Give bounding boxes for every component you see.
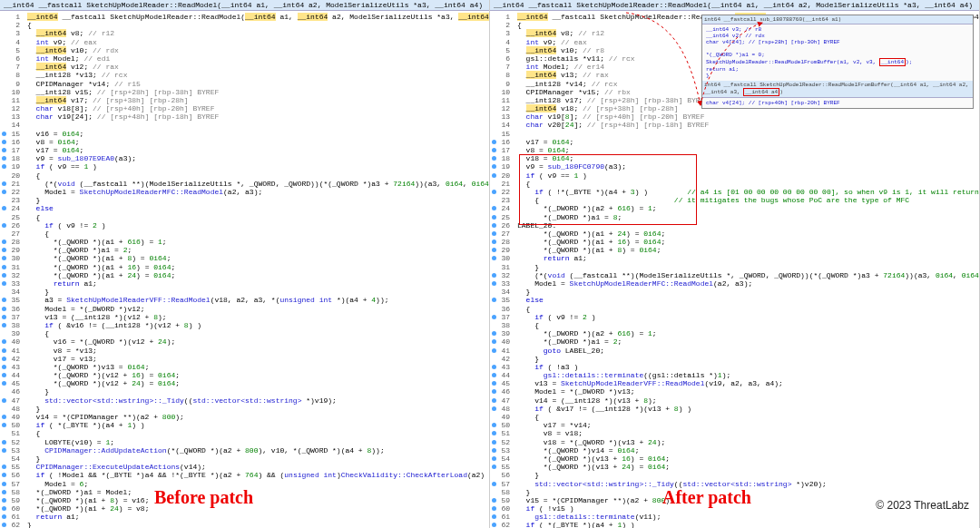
code-line[interactable]: 52 LOBYTE(v10) = 1; [0, 438, 489, 446]
code-line[interactable]: 20 if ( v9 == 1 ) [490, 171, 979, 180]
code-line[interactable]: 12 char v18[8]; // [rsp+40h] [rbp-20h] B… [0, 104, 489, 112]
code-line[interactable]: 54 *(_QWORD *)(v13 + 16) = 0i64; [490, 455, 979, 463]
code-line[interactable]: 53 CPIDManager::AddUpdateAction(*(_QWORD… [0, 446, 489, 455]
code-line[interactable]: 49 { [490, 413, 979, 421]
code-line[interactable]: 4 int v9; // eax [0, 38, 489, 46]
code-line[interactable]: 3 __int64 v8; // r12 [0, 29, 489, 37]
code-line[interactable]: 44 gsl::details::terminate((gsl::details… [490, 371, 979, 379]
code-line[interactable]: 23 { // it mitigates the bugs whose PoC … [490, 196, 979, 204]
code-line[interactable]: 61 return a1; [0, 513, 489, 521]
code-line[interactable]: 41 goto LABEL_20; [490, 347, 979, 355]
code-line[interactable]: 32 *(_QWORD *)(a1 + 24) = 0i64; [0, 271, 489, 279]
code-line[interactable]: 50 v17 = *v14; [490, 421, 979, 429]
code-line[interactable]: 47 std::vector<std::wstring>::_Tidy((std… [0, 396, 489, 405]
code-line[interactable]: 35 else [490, 296, 979, 304]
code-line[interactable]: 27 { [0, 230, 489, 238]
code-line[interactable]: 61 gsl::details::terminate(v11); [490, 513, 979, 521]
code-line[interactable]: 10 __int128 v15; // [rsp+28h] [rbp-38h] … [0, 88, 489, 96]
code-line[interactable]: 43 *(_QWORD *)v13 = 0i64; [0, 363, 489, 371]
code-line[interactable]: 52 v18 = *(_QWORD *)(v13 + 24); [490, 438, 979, 446]
code-line[interactable]: 62 if ( *(_BYTE *)(a4 + 1) ) [490, 521, 979, 528]
code-line[interactable]: 14 [0, 121, 489, 129]
code-line[interactable]: 16 v8 = 0i64; [0, 138, 489, 146]
code-line[interactable]: 48 if ( &v17 != (__int128 *)(v13 + 8) ) [490, 405, 979, 413]
code-line[interactable]: 56 } [490, 471, 979, 479]
code-line[interactable]: 48 } [0, 405, 489, 413]
code-line[interactable]: 20 { [0, 171, 489, 180]
code-line[interactable]: 25 { [0, 213, 489, 221]
code-line[interactable]: 22 if ( !*(_BYTE *)(a4 + 3) ) // a4 is [… [490, 188, 979, 196]
code-line[interactable]: 51 v8 = v18; [490, 429, 979, 437]
code-line[interactable]: 50 if ( *(_BYTE *)(a4 + 1) ) [0, 421, 489, 429]
code-line[interactable]: 39 *(_DWORD *)(a2 + 616) = 1; [490, 329, 979, 337]
code-line[interactable]: 51 { [0, 429, 489, 437]
code-line[interactable]: 17 v17 = 0i64; [0, 146, 489, 154]
code-line[interactable]: 24 else [0, 204, 489, 212]
code-line[interactable]: 30 *(_QWORD *)(a1 + 8) = 0i64; [0, 254, 489, 262]
code-line[interactable]: 8 __int128 *v13; // rcx [0, 71, 489, 79]
code-line[interactable]: 38 if ( &v16 != (__int128 *)(v12 + 8) ) [0, 321, 489, 329]
code-line[interactable]: 39 { [0, 329, 489, 337]
code-line[interactable]: 36 { [490, 305, 979, 313]
code-line[interactable]: 6 int Model; // edi [0, 54, 489, 63]
code-line[interactable]: 7 __int64 v12; // rax [0, 63, 489, 71]
code-line[interactable]: 18 v9 = sub_1807E9EA0(a3); [0, 154, 489, 162]
code-line[interactable]: 55 *(_QWORD *)(v13 + 24) = 0i64; [490, 463, 979, 471]
code-line[interactable]: 2{ [0, 21, 489, 29]
code-line[interactable]: 22 Model = SketchUpModelReaderMFC::ReadM… [0, 188, 489, 196]
code-line[interactable]: 41 v8 = *v13; [0, 347, 489, 355]
code-line[interactable]: 53 *(_QWORD *)v14 = 0i64; [490, 446, 979, 455]
code-line[interactable]: 29 *(_QWORD *)a1 = 2; [0, 246, 489, 254]
code-line[interactable]: 35 a3 = SketchUpModelReaderVFF::ReadMode… [0, 296, 489, 304]
code-line[interactable]: 21 (*(void (__fastcall **)(ModelSerializ… [0, 180, 489, 188]
code-line[interactable]: 26LABEL_20: [490, 221, 979, 230]
code-line[interactable]: 49 v14 = *(CPIDManager **)(a2 + 800); [0, 413, 489, 421]
code-line[interactable]: 42 v17 = v13; [0, 355, 489, 363]
code-line[interactable]: 18 v18 = 0i64; [490, 154, 979, 162]
code-line[interactable]: 30 return a1; [490, 254, 979, 262]
code-line[interactable]: 23 } [0, 196, 489, 204]
code-line[interactable]: 14 char v20[24]; // [rsp+48h] [rbp-18h] … [490, 121, 979, 129]
code-line[interactable]: 31 *(_QWORD *)(a1 + 16) = 0i64; [0, 263, 489, 271]
code-line[interactable]: 47 v14 = (__int128 *)(v13 + 8); [490, 396, 979, 405]
code-line[interactable]: 45 v13 = SketchUpModelReaderVFF::ReadMod… [490, 379, 979, 387]
code-line[interactable]: 33 return a1; [0, 279, 489, 288]
code-line[interactable]: 54 } [0, 455, 489, 463]
code-line[interactable]: 34 } [490, 288, 979, 296]
code-line[interactable]: 11 __int64 v17; // [rsp+38h] [rbp-28h] [0, 96, 489, 104]
code-line[interactable]: 19 v9 = sub_180FC0790(a3); [490, 162, 979, 171]
code-line[interactable]: 34 } [0, 288, 489, 296]
code-line[interactable]: 45 *(_QWORD *)(v12 + 24) = 0i64; [0, 379, 489, 387]
code-line[interactable]: 28 *(_QWORD *)(a1 + 616) = 1; [0, 238, 489, 246]
code-line[interactable]: 43 if ( !a3 ) [490, 363, 979, 371]
code-line[interactable]: 1__int64 __fastcall SketchUpModelReader:… [0, 13, 489, 21]
code-line[interactable]: 29 *(_QWORD *)(a1 + 8) = 0i64; [490, 246, 979, 254]
code-line[interactable]: 42 } [490, 355, 979, 363]
code-line[interactable]: 40 v16 = *(_QWORD *)(v12 + 24); [0, 337, 489, 346]
code-line[interactable]: 17 v8 = 0i64; [490, 146, 979, 154]
code-line[interactable]: 9 CPIDManager *v14; // r15 [0, 80, 489, 88]
code-line[interactable]: 19 if ( v9 == 1 ) [0, 162, 489, 171]
code-line[interactable]: 56 if ( !Model && *(_BYTE *)a4 && !*(_BY… [0, 471, 489, 479]
code-line[interactable]: 21 { [490, 180, 979, 188]
code-line[interactable]: 37 if ( v9 != 2 ) [490, 313, 979, 321]
code-line[interactable]: 5 __int64 v10; // rdx [0, 46, 489, 54]
code-line[interactable]: 24 *(_DWORD *)(a2 + 616) = 1; [490, 204, 979, 212]
code-line[interactable]: 38 { [490, 321, 979, 329]
code-line[interactable]: 13 char v19[24]; // [rsp+48h] [rbp-18h] … [0, 112, 489, 121]
code-line[interactable]: 31 } [490, 263, 979, 271]
code-line[interactable]: 46 } [0, 387, 489, 396]
code-line[interactable]: 32 (*(void (__fastcall **)(ModelSerializ… [490, 271, 979, 279]
code-line[interactable]: 36 Model = *(_DWORD *)v12; [0, 305, 489, 313]
code-line[interactable]: 15 [490, 130, 979, 138]
code-line[interactable]: 46 Model = *(_DWORD *)v13; [490, 387, 979, 396]
code-line[interactable]: 62} [0, 521, 489, 528]
code-line[interactable]: 26 if ( v9 != 2 ) [0, 221, 489, 230]
code-line[interactable]: 33 Model = SketchUpModelReaderMFC::ReadM… [490, 279, 979, 288]
code-line[interactable]: 27 *(_QWORD *)(a1 + 24) = 0i64; [490, 230, 979, 238]
code-line[interactable]: 13 char v19[8]; // [rsp+40h] [rbp-20h] B… [490, 112, 979, 121]
code-line[interactable]: 37 v13 = (__int128 *)(v12 + 8); [0, 313, 489, 321]
code-line[interactable]: 15 v16 = 0i64; [0, 130, 489, 138]
code-line[interactable]: 16 v17 = 0i64; [490, 138, 979, 146]
code-line[interactable]: 25 *(_DWORD *)a1 = 8; [490, 213, 979, 221]
